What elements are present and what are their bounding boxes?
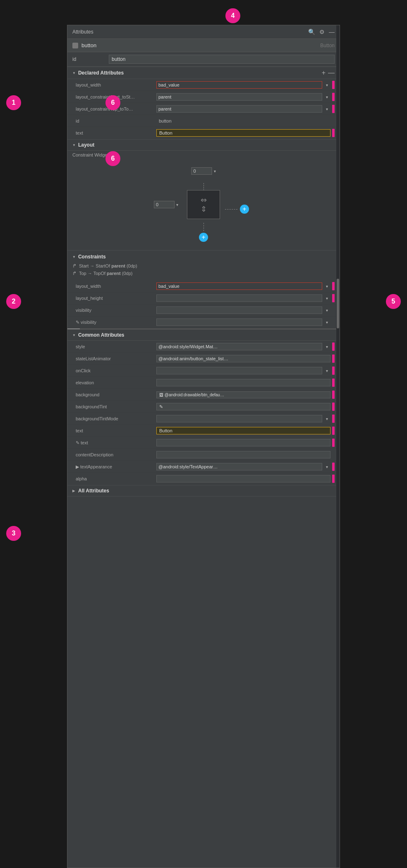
attr-value-bg-tint [156,403,335,411]
layout-width-select-layout[interactable]: bad_value [156,282,322,290]
constraint-arrow-icon: ↱ [72,270,77,276]
layout-width-select-declared[interactable]: bad_value [156,81,322,89]
indicator-bar [332,391,335,399]
indicator-bar [332,379,335,387]
attr-row-text-appearance: ▶ textAppearance @android:style/TextAppe… [67,461,340,473]
left-margin-select[interactable]: 0 [154,201,175,208]
text-res-input[interactable] [156,439,330,446]
attr-value-sla: @android:anim/button_state_list… [156,354,335,363]
indicator-bar [332,93,335,101]
section-divider [67,328,340,329]
attr-value-visibility-res: ▾ [156,318,335,326]
attr-value-bg-tintmode: ▾ [156,415,335,423]
chevron-icon: ▾ [323,93,330,101]
scrollbar-indicator [67,328,80,329]
constraints-title: ▼ Constraints [72,254,335,262]
add-constraint-right-button[interactable]: + [240,205,249,214]
indicator-empty [332,318,335,326]
component-name: button [81,42,96,48]
attr-label-background: background [76,392,156,397]
attr-row-layout-height: layout_height ▾ [67,292,340,304]
bg-tintmode-select[interactable] [156,415,322,422]
sla-select[interactable]: @android:anim/button_state_list… [156,355,330,362]
all-attrs-header[interactable]: ▶ All Attributes [67,485,340,497]
attr-label-text-d: text [76,130,156,135]
attr-label-visibility: visibility [76,308,156,313]
constraint-top-select[interactable]: parent [156,105,322,113]
constraint-start-select[interactable]: parent [156,93,322,101]
declared-attributes-title: ▼ Declared Attributes [72,70,124,76]
attr-label-layout-width-d: layout_width [76,82,156,87]
attr-row-layout-width-declared: layout_width bad_value ▾ [67,79,340,91]
visibility-res-select[interactable] [156,318,322,326]
indicator-bar [332,294,335,302]
indicator-bar [332,403,335,411]
id-label: id [72,56,105,62]
bottom-constraint: + [199,223,208,242]
attr-row-alpha: alpha [67,473,340,485]
id-input[interactable] [109,55,335,64]
attr-value-id-d: button [156,117,335,125]
layout-section-header: ▼ Layout [67,139,340,151]
text-input-declared[interactable] [156,129,330,137]
chevron-icon: ▾ [323,81,330,89]
diagram-inner: 0 ▾ 0 ▾ ⇔⇕ [154,167,253,242]
add-constraint-bottom-button[interactable]: + [199,233,208,242]
attr-value-constraint-top: parent ▾ [156,105,335,113]
style-select[interactable]: @android:style/Widget.Mat… [156,343,322,350]
background-input[interactable] [156,391,330,398]
attr-value-text-appearance: @android:style/TextAppear… ▾ [156,463,335,471]
text-input-common[interactable] [156,427,330,434]
declared-attributes-header: ▼ Declared Attributes + — [67,67,340,79]
attr-value-background [156,391,335,399]
attr-label-alpha: alpha [76,476,156,481]
content-desc-input[interactable] [156,451,330,458]
attr-label-id-d: id [76,118,156,123]
attr-row-background-tint: backgroundTint [67,401,340,413]
onclick-select[interactable] [156,367,322,374]
constraint-top-text: Top → TopOf parent (0dp) [79,271,132,276]
chevron-icon: ▾ [323,415,330,422]
chevron-icon: ▾ [323,306,330,314]
indicator-empty [332,306,335,314]
triangle-icon: ▼ [72,255,76,259]
vline-bottom [204,223,204,231]
triangle-icon: ▼ [72,71,76,75]
chevron-icon: ▾ [323,105,330,113]
attr-label-text-appearance: ▶ textAppearance [76,464,156,470]
bg-tint-input[interactable] [156,403,330,410]
component-left: button [72,42,96,48]
settings-icon[interactable]: ⚙ [319,29,325,35]
chevron-icon: ▾ [323,367,330,374]
scrollbar-thumb[interactable] [337,279,339,328]
minimize-icon[interactable]: — [329,29,335,35]
text-appearance-select[interactable]: @android:style/TextAppear… [156,463,322,470]
attr-value-lw-layout: bad_value ▾ [156,282,335,290]
attr-row-layout-width-layout: layout_width bad_value ▾ [67,280,340,292]
layout-height-select[interactable] [156,294,322,302]
attr-value-alpha [156,475,335,483]
visibility-select[interactable] [156,306,322,314]
indicator-bar [332,282,335,290]
indicator-bar [332,463,335,471]
add-attribute-button[interactable]: + [322,70,326,76]
component-icon [72,43,78,48]
attr-value-lh: ▾ [156,294,335,302]
attr-label-bg-tint: backgroundTint [76,404,156,409]
id-row: id [67,52,340,67]
attr-row-content-desc: contentDescription [67,449,340,461]
chevron-icon: ▾ [323,463,330,470]
scrollbar-track[interactable] [336,25,340,868]
chevron-icon: ▾ [323,294,330,302]
triangle-closed-icon: ▶ [72,489,75,493]
remove-attribute-button[interactable]: — [328,70,335,76]
top-margin-select[interactable]: 0 [192,167,212,175]
search-icon[interactable]: 🔍 [308,29,315,35]
attr-value-text-res [156,439,335,447]
elevation-input[interactable] [156,379,330,386]
constraint-diagram: 0 ▾ 0 ▾ ⇔⇕ [67,159,340,250]
constraint-top-item: ↱ Top → TopOf parent (0dp) [72,270,335,277]
attr-row-elevation: elevation [67,377,340,389]
alpha-input[interactable] [156,475,330,482]
attr-row-statelistanimator: stateListAnimator @android:anim/button_s… [67,353,340,365]
